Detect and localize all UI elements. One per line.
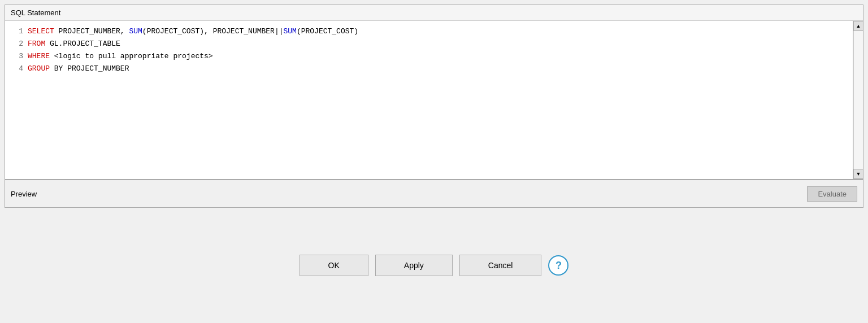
- evaluate-button[interactable]: Evaluate: [807, 186, 857, 202]
- preview-label: Preview: [11, 190, 37, 198]
- code-line-2: FROM GL.PROJECT_TABLE: [28, 38, 848, 50]
- sql-editor-area[interactable]: 1 2 3 4 SELECT PROJECT_NUMBER, SUM(PROJE…: [5, 21, 863, 179]
- sql-statement-header: SQL Statement: [5, 5, 863, 21]
- scroll-track[interactable]: [853, 31, 863, 169]
- sql-code-content[interactable]: SELECT PROJECT_NUMBER, SUM(PROJECT_COST)…: [25, 21, 853, 179]
- code-line-4: GROUP BY PROJECT_NUMBER: [28, 63, 848, 75]
- code-line-1: SELECT PROJECT_NUMBER, SUM(PROJECT_COST)…: [28, 25, 848, 38]
- line-numbers: 1 2 3 4: [5, 21, 25, 179]
- sql-statement-section: SQL Statement 1 2 3 4 SELECT PROJECT_NUM…: [5, 5, 863, 180]
- keyword-group: GROUP: [28, 64, 50, 73]
- keyword-from: FROM: [28, 40, 45, 48]
- line-number-3: 3: [10, 50, 23, 63]
- help-button[interactable]: ?: [548, 255, 568, 276]
- apply-button[interactable]: Apply: [375, 255, 453, 276]
- preview-section: Preview Evaluate: [5, 180, 863, 208]
- sql-header-label: SQL Statement: [11, 8, 60, 17]
- keyword-sum-1: SUM: [129, 27, 142, 36]
- keyword-sum-2: SUM: [283, 27, 296, 36]
- bottom-button-area: OK Apply Cancel ?: [0, 208, 868, 323]
- cancel-button[interactable]: Cancel: [459, 255, 542, 276]
- main-container: SQL Statement 1 2 3 4 SELECT PROJECT_NUM…: [0, 0, 868, 323]
- vertical-scrollbar[interactable]: ▲ ▼: [853, 21, 863, 179]
- keyword-where: WHERE: [28, 52, 50, 60]
- line-number-4: 4: [10, 63, 23, 75]
- ok-button[interactable]: OK: [300, 255, 368, 276]
- line-number-2: 2: [10, 38, 23, 50]
- scroll-down-button[interactable]: ▼: [853, 169, 863, 179]
- keyword-select: SELECT: [28, 27, 54, 36]
- code-line-3: WHERE <logic to pull appropriate project…: [28, 50, 848, 63]
- scroll-up-button[interactable]: ▲: [853, 21, 863, 31]
- line-number-1: 1: [10, 25, 23, 38]
